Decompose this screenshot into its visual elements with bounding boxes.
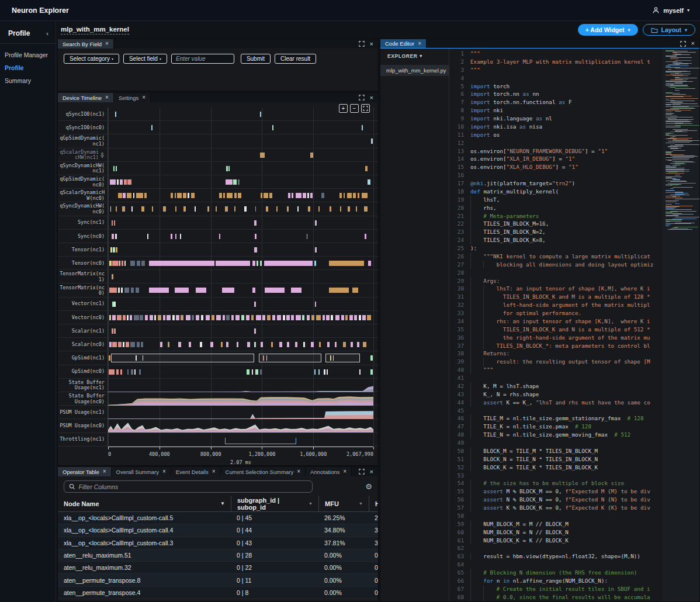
timeline-row-track[interactable] xyxy=(108,406,373,418)
timeline-event[interactable] xyxy=(244,206,246,212)
timeline-row-track[interactable] xyxy=(108,162,373,175)
table-row[interactable]: aten__permute_transpose.80 | 110.00%0.0 xyxy=(58,574,378,586)
tab-event-details[interactable]: Event Details× xyxy=(171,467,221,476)
timeline-event[interactable] xyxy=(287,342,289,347)
timeline-event[interactable] xyxy=(256,315,261,320)
timeline-row-track[interactable] xyxy=(108,243,373,256)
close-icon[interactable]: × xyxy=(343,469,346,475)
timeline-event[interactable] xyxy=(134,369,136,375)
timeline-event[interactable] xyxy=(359,315,361,320)
timeline-event[interactable] xyxy=(370,355,373,361)
timeline-event[interactable] xyxy=(362,125,363,130)
timeline-event[interactable] xyxy=(307,315,310,320)
timeline-event[interactable] xyxy=(260,261,262,266)
timeline-event[interactable] xyxy=(207,206,209,212)
timeline-event[interactable] xyxy=(131,288,134,293)
timeline-event[interactable] xyxy=(276,206,278,212)
timeline-event[interactable] xyxy=(136,288,139,293)
timeline-event[interactable] xyxy=(357,342,359,347)
timeline-event[interactable] xyxy=(237,342,238,347)
timeline-event[interactable] xyxy=(120,179,123,185)
timeline-event[interactable] xyxy=(175,288,189,293)
close-panel-icon[interactable]: × xyxy=(370,41,373,47)
timeline-row-track[interactable] xyxy=(108,189,373,202)
timeline-event[interactable] xyxy=(116,206,117,212)
timeline-event[interactable] xyxy=(330,206,331,212)
timeline-event[interactable] xyxy=(254,220,257,226)
timeline-event[interactable] xyxy=(247,369,249,375)
timeline-event[interactable] xyxy=(331,315,333,320)
gear-icon[interactable]: ⚙ xyxy=(365,483,372,490)
timeline-event[interactable] xyxy=(145,315,148,320)
timeline-event[interactable] xyxy=(263,355,264,361)
timeline-event[interactable] xyxy=(115,112,116,117)
timeline-event[interactable] xyxy=(315,220,317,226)
timeline-row-track[interactable] xyxy=(108,379,373,392)
timeline-event[interactable] xyxy=(308,206,310,212)
timeline-event[interactable] xyxy=(168,342,169,347)
timeline-row-track[interactable] xyxy=(108,297,373,310)
timeline-event[interactable] xyxy=(368,179,370,185)
timeline-event[interactable] xyxy=(183,193,186,198)
timeline-event[interactable] xyxy=(329,288,349,293)
timeline-row-track[interactable] xyxy=(108,270,373,283)
column-header-hfu[interactable]: HFU xyxy=(369,496,379,511)
timeline-event[interactable] xyxy=(216,315,221,320)
filter-icon[interactable]: ▼ xyxy=(359,501,363,506)
timeline-event[interactable] xyxy=(370,369,373,375)
timeline-event[interactable] xyxy=(264,193,268,198)
timeline-event[interactable] xyxy=(143,355,144,361)
expand-panel-icon[interactable] xyxy=(359,469,365,475)
timeline-event[interactable] xyxy=(175,234,176,239)
timeline-event[interactable] xyxy=(351,342,352,347)
tab-operator-table[interactable]: Operator Table× xyxy=(58,467,112,476)
timeline-row-track[interactable] xyxy=(108,433,373,446)
timeline-event[interactable] xyxy=(228,166,230,171)
timeline-event[interactable] xyxy=(123,315,126,320)
timeline-event[interactable] xyxy=(255,234,257,239)
timeline-event[interactable] xyxy=(144,193,147,198)
timeline-event[interactable] xyxy=(358,193,359,198)
timeline-event[interactable] xyxy=(349,315,353,320)
expand-panel-icon[interactable] xyxy=(359,95,365,101)
timeline-event[interactable] xyxy=(151,125,153,130)
timeline-event[interactable] xyxy=(223,193,225,198)
timeline-event[interactable] xyxy=(314,369,316,375)
timeline-event[interactable] xyxy=(136,193,143,198)
timeline-event[interactable] xyxy=(127,315,129,320)
timeline-event[interactable] xyxy=(283,315,285,320)
timeline-event[interactable] xyxy=(254,302,256,307)
add-widget-button[interactable]: + Add Widget ▾ xyxy=(578,24,638,36)
timeline-event[interactable] xyxy=(318,206,320,212)
timeline-event[interactable] xyxy=(139,369,141,375)
timeline-event[interactable] xyxy=(302,315,304,320)
sidebar-item-profile-manager[interactable]: Profile Manager xyxy=(0,49,56,61)
timeline-event[interactable] xyxy=(234,193,237,198)
timeline-event[interactable] xyxy=(114,302,115,307)
timeline-event[interactable] xyxy=(177,193,182,198)
timeline-event[interactable] xyxy=(120,369,122,375)
timeline-event[interactable] xyxy=(291,288,302,293)
timeline-event[interactable] xyxy=(222,288,234,293)
timeline-event[interactable] xyxy=(181,315,183,320)
timeline-event[interactable] xyxy=(238,193,241,198)
table-row[interactable]: xla__op_<locals>CallImpl_custom-call.30 … xyxy=(58,537,378,549)
code-editor[interactable]: 1"""2Example 3-layer MLP with matrix mul… xyxy=(449,49,662,601)
column-header-node-name[interactable]: Node Name▼ xyxy=(58,496,231,511)
page-title[interactable]: mlp_with_mm_kernel xyxy=(61,26,129,34)
timeline-event[interactable] xyxy=(227,193,233,198)
timeline-event[interactable] xyxy=(344,193,345,198)
timeline-event[interactable] xyxy=(255,206,257,212)
timeline-event[interactable] xyxy=(254,328,256,334)
timeline-event[interactable] xyxy=(149,288,169,293)
timeline-event[interactable] xyxy=(183,206,186,212)
timeline-event[interactable] xyxy=(140,315,143,320)
timeline-event[interactable] xyxy=(235,315,240,320)
timeline-event[interactable] xyxy=(329,261,364,266)
timeline-event[interactable] xyxy=(124,261,126,266)
timeline-event[interactable] xyxy=(136,355,137,361)
timeline-event[interactable] xyxy=(318,369,320,375)
timeline-event[interactable] xyxy=(307,193,309,198)
timeline-event[interactable] xyxy=(163,315,165,320)
timeline-span-outline[interactable] xyxy=(111,354,254,362)
